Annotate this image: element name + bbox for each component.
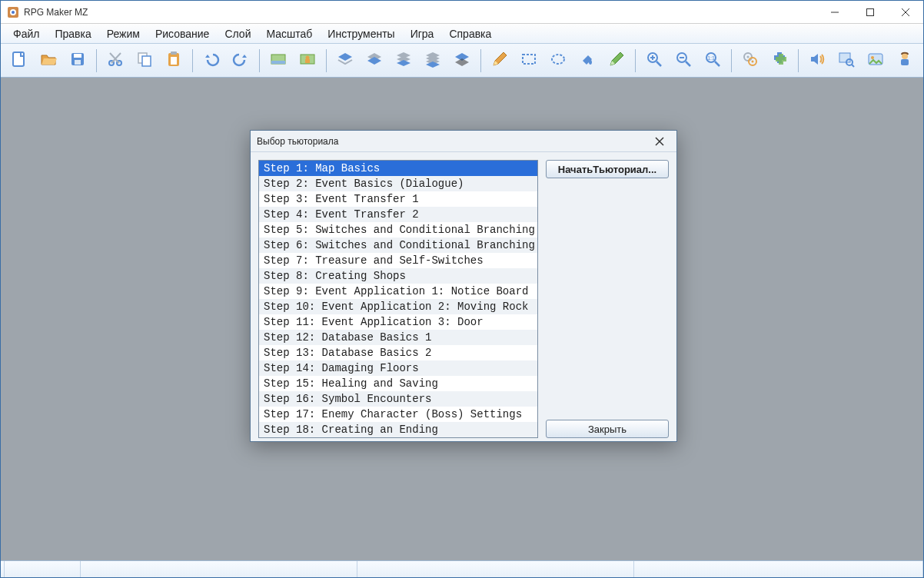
tutorial-list-item[interactable]: Step 8: Creating Shops	[259, 268, 537, 284]
dialog-title: Выбор тьюториала	[257, 136, 338, 147]
layer-4-button[interactable]	[419, 47, 447, 75]
tutorial-list-item[interactable]: Step 9: Event Application 1: Notice Boar…	[259, 284, 537, 299]
rectangle-button[interactable]	[515, 47, 543, 75]
tutorial-list-item[interactable]: Step 12: Database Basics 1	[259, 330, 537, 345]
toolbar-separator	[259, 49, 260, 72]
zoom-actual-icon: 1:1	[703, 50, 722, 71]
zoom-out-button[interactable]	[670, 47, 697, 75]
tutorial-list-item[interactable]: Step 4: Event Transfer 2	[259, 207, 537, 222]
pencil-icon	[490, 50, 509, 71]
sound-test-button[interactable]	[803, 47, 831, 75]
svg-text:1:1: 1:1	[707, 55, 715, 61]
zoom-in-button[interactable]	[640, 47, 668, 75]
layer-3-button[interactable]	[390, 47, 417, 75]
save-project-icon	[68, 50, 87, 71]
layer-4-icon	[424, 50, 442, 71]
titlebar: RPG Maker MZ	[1, 1, 923, 24]
map-mode-button[interactable]	[264, 47, 292, 75]
event-search-button[interactable]	[833, 47, 860, 75]
tutorial-list-item[interactable]: Step 5: Switches and Conditional Branchi…	[259, 222, 537, 238]
menu-edit[interactable]: Правка	[47, 25, 98, 43]
pencil-button[interactable]	[486, 47, 514, 75]
tutorial-list-item[interactable]: Step 10: Event Application 2: Moving Roc…	[259, 299, 537, 314]
svg-rect-19	[271, 61, 285, 64]
tutorial-list-item[interactable]: Step 2: Event Basics (Dialogue)	[259, 176, 537, 191]
menu-file[interactable]: Файл	[5, 25, 47, 43]
layer-shadow-button[interactable]	[448, 47, 476, 75]
svg-rect-7	[13, 52, 24, 66]
close-button[interactable]	[888, 1, 923, 24]
layer-2-button[interactable]	[361, 47, 388, 75]
paste-button[interactable]	[160, 47, 188, 75]
spacer	[546, 184, 669, 414]
plugin-manager-icon	[770, 50, 789, 71]
redo-button[interactable]	[227, 47, 254, 75]
menu-game[interactable]: Игра	[403, 25, 442, 43]
toolbar-separator	[731, 49, 732, 72]
main-window: RPG Maker MZ Файл Правка Режим Рисование…	[0, 0, 924, 578]
ellipse-button[interactable]	[544, 47, 572, 75]
plugin-manager-button[interactable]	[766, 47, 793, 75]
start-tutorial-button[interactable]: НачатьТьюториал...	[546, 160, 669, 178]
database-button[interactable]	[736, 47, 764, 75]
undo-button[interactable]	[198, 47, 225, 75]
svg-rect-39	[839, 53, 850, 62]
tutorial-listbox[interactable]: Step 1: Map BasicsStep 2: Event Basics (…	[258, 160, 538, 438]
tutorial-list-item[interactable]: Step 11: Event Application 3: Door	[259, 314, 537, 330]
event-mode-button[interactable]	[294, 47, 321, 75]
svg-rect-4	[867, 8, 874, 15]
tutorial-list-item[interactable]: Step 15: Healing and Saving	[259, 376, 537, 391]
character-generator-icon	[896, 50, 914, 71]
cut-button[interactable]	[101, 47, 129, 75]
save-project-button[interactable]	[64, 47, 91, 75]
minimize-button[interactable]	[817, 1, 853, 24]
menu-help[interactable]: Справка	[441, 25, 499, 43]
menu-tools[interactable]: Инструменты	[320, 25, 402, 43]
shadow-pen-button[interactable]	[603, 47, 630, 75]
toolbar-separator	[635, 49, 636, 72]
svg-rect-22	[305, 59, 310, 63]
event-mode-icon	[298, 50, 317, 71]
window-controls	[817, 1, 923, 24]
client-area: Выбор тьюториала Step 1: Map BasicsStep …	[1, 78, 923, 560]
copy-button[interactable]	[131, 47, 158, 75]
tutorial-list-item[interactable]: Step 1: Map Basics	[259, 161, 537, 176]
tutorial-list-item[interactable]: Step 7: Treasure and Self-Switches	[259, 253, 537, 268]
tutorial-list-item[interactable]: Step 16: Symbol Encounters	[259, 391, 537, 407]
menu-scale[interactable]: Масштаб	[258, 25, 320, 43]
character-generator-button[interactable]	[891, 47, 919, 75]
sound-test-icon	[808, 50, 826, 71]
layer-1-button[interactable]	[331, 47, 359, 75]
tutorial-list-item[interactable]: Step 14: Damaging Floors	[259, 360, 537, 376]
app-icon	[7, 6, 19, 18]
rectangle-icon	[520, 50, 538, 71]
tutorial-list-item[interactable]: Step 17: Enemy Character (Boss) Settings	[259, 407, 537, 422]
svg-rect-17	[171, 57, 177, 65]
zoom-actual-button[interactable]: 1:1	[699, 47, 726, 75]
resource-manager-button[interactable]	[862, 47, 889, 75]
new-project-icon	[10, 50, 28, 71]
toolbar-separator	[326, 49, 327, 72]
menu-mode[interactable]: Режим	[99, 25, 148, 43]
tutorial-list-item[interactable]: Step 3: Event Transfer 1	[259, 191, 537, 207]
tutorial-list-item[interactable]: Step 13: Database Basics 2	[259, 345, 537, 360]
flood-fill-button[interactable]	[573, 47, 601, 75]
flood-fill-icon	[578, 50, 597, 71]
svg-rect-23	[523, 55, 535, 64]
dialog-close-button[interactable]	[649, 131, 670, 152]
toolbar-separator	[96, 49, 97, 72]
tutorial-list-item[interactable]: Step 18: Creating an Ending	[259, 422, 537, 437]
tutorial-dialog: Выбор тьюториала Step 1: Map BasicsStep …	[250, 130, 677, 442]
open-project-button[interactable]	[35, 47, 62, 75]
menubar: Файл Правка Режим Рисование Слой Масштаб…	[1, 24, 923, 44]
new-project-button[interactable]	[5, 47, 33, 75]
maximize-button[interactable]	[853, 1, 888, 24]
menu-draw[interactable]: Рисование	[148, 25, 218, 43]
close-dialog-button[interactable]: Закрыть	[546, 420, 669, 438]
toolbar-separator	[798, 49, 799, 72]
status-cell-3	[357, 561, 634, 577]
dialog-body: Step 1: Map BasicsStep 2: Event Basics (…	[251, 152, 676, 446]
tutorial-list-item[interactable]: Step 6: Switches and Conditional Branchi…	[259, 238, 537, 253]
resource-manager-icon	[866, 50, 885, 71]
menu-layer[interactable]: Слой	[217, 25, 258, 43]
